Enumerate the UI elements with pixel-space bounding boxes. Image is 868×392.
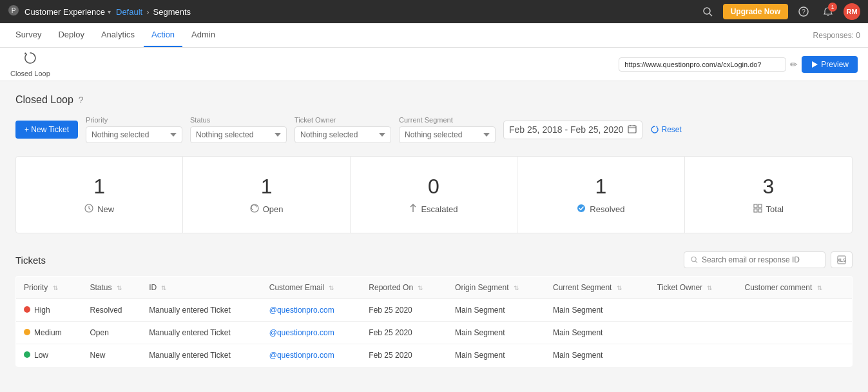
- sort-icon: ⇅: [329, 284, 334, 291]
- edit-icon[interactable]: ✏: [790, 59, 798, 70]
- col-id: ID ⇅: [141, 277, 262, 299]
- ticket-owner-cell: [650, 299, 737, 322]
- avatar[interactable]: RM: [844, 3, 860, 20]
- current-segment-filter: Current Segment Nothing selected: [399, 116, 496, 143]
- ticket-owner-cell: [650, 322, 737, 344]
- resolved-icon: [577, 204, 586, 215]
- svg-rect-19: [758, 209, 762, 212]
- dropdown-chevron: ▾: [108, 8, 111, 15]
- ticket-owner-cell: [650, 344, 737, 367]
- current-segment-cell: Main Segment: [545, 299, 650, 322]
- date-range-picker[interactable]: Feb 25, 2018 - Feb 25, 2020: [503, 121, 642, 139]
- search-input[interactable]: [702, 255, 818, 264]
- nav-item-deploy[interactable]: Deploy: [50, 23, 92, 47]
- priority-value: Low: [34, 351, 48, 360]
- top-bar-left: P Customer Experience ▾ Default › Segmen…: [8, 5, 191, 19]
- stat-open-label: Open: [196, 204, 336, 215]
- stat-new: 1 New: [16, 157, 183, 233]
- email-cell[interactable]: @questionpro.com: [262, 344, 362, 367]
- id-cell: Manually entered Ticket: [141, 322, 262, 344]
- comment-cell: [737, 344, 853, 367]
- svg-rect-8: [628, 126, 636, 133]
- status-cell: Open: [82, 322, 141, 344]
- nav-item-admin[interactable]: Admin: [184, 23, 223, 47]
- closed-loop-label: Closed Loop: [10, 70, 50, 77]
- ticket-owner-label: Ticket Owner: [294, 116, 391, 124]
- nav-item-action[interactable]: Action: [144, 23, 182, 47]
- current-segment-cell: Main Segment: [545, 344, 650, 367]
- url-input[interactable]: [619, 57, 786, 72]
- ticket-owner-filter: Ticket Owner Nothing selected: [294, 116, 391, 143]
- open-icon: [250, 204, 259, 215]
- nav-item-survey[interactable]: Survey: [8, 23, 49, 47]
- table-row[interactable]: Low New Manually entered Ticket @questio…: [16, 344, 853, 367]
- section-title: Closed Loop ?: [15, 94, 853, 106]
- search-icon[interactable]: [699, 3, 717, 21]
- upgrade-button[interactable]: Upgrade Now: [723, 4, 788, 19]
- sort-icon: ⇅: [117, 284, 122, 291]
- top-bar: P Customer Experience ▾ Default › Segmen…: [0, 0, 868, 23]
- status-select[interactable]: Nothing selected: [190, 126, 287, 143]
- app-name[interactable]: Customer Experience ▾: [24, 7, 111, 17]
- toolbar-left: Closed Loop: [10, 51, 50, 77]
- origin-segment-cell: Main Segment: [447, 344, 545, 367]
- stat-escalated-number: 0: [363, 175, 504, 199]
- sort-icon: ⇅: [53, 284, 58, 291]
- url-bar: ✏ Preview: [619, 56, 858, 73]
- table-header-row: Priority ⇅ Status ⇅ ID ⇅ Customer Email …: [16, 277, 853, 299]
- svg-marker-7: [812, 61, 818, 68]
- total-icon: [753, 204, 762, 215]
- breadcrumb-sep: ›: [146, 7, 149, 17]
- help-icon[interactable]: ?: [79, 95, 84, 105]
- nav-bar: Survey Deploy Analytics Action Admin Res…: [0, 23, 868, 48]
- tickets-right: XLS: [684, 251, 853, 268]
- col-priority: Priority ⇅: [16, 277, 82, 299]
- comment-cell: [737, 299, 853, 322]
- preview-button[interactable]: Preview: [802, 56, 858, 73]
- priority-value: High: [34, 306, 50, 315]
- priority-filter: Priority Nothing selected: [86, 116, 182, 143]
- breadcrumb-default[interactable]: Default: [116, 7, 142, 17]
- table-row[interactable]: High Resolved Manually entered Ticket @q…: [16, 299, 853, 322]
- current-segment-label: Current Segment: [399, 116, 496, 124]
- reported-cell: Feb 25 2020: [361, 322, 447, 344]
- logo-icon: P: [8, 5, 19, 19]
- nav-item-analytics[interactable]: Analytics: [93, 23, 142, 47]
- tickets-table: Priority ⇅ Status ⇅ ID ⇅ Customer Email …: [15, 276, 853, 367]
- sort-icon: ⇅: [817, 284, 822, 291]
- xls-button[interactable]: XLS: [831, 251, 853, 268]
- help-icon[interactable]: ?: [795, 3, 813, 21]
- current-segment-select[interactable]: Nothing selected: [399, 126, 496, 143]
- origin-segment-cell: Main Segment: [447, 299, 545, 322]
- col-current-segment: Current Segment ⇅: [545, 277, 650, 299]
- priority-dot: [24, 306, 30, 313]
- notification-badge: 1: [828, 3, 837, 12]
- status-cell: New: [82, 344, 141, 367]
- comment-cell: [737, 322, 853, 344]
- stat-escalated: 0 Escalated: [351, 157, 517, 233]
- toolbar: Closed Loop ✏ Preview: [0, 48, 868, 81]
- stat-open: 1 Open: [183, 157, 350, 233]
- main-content: Closed Loop ? + New Ticket Priority Noth…: [0, 81, 868, 380]
- stat-resolved-label: Resolved: [530, 204, 671, 215]
- priority-select[interactable]: Nothing selected: [86, 126, 182, 143]
- nav-items: Survey Deploy Analytics Action Admin: [8, 23, 223, 47]
- svg-text:?: ?: [802, 8, 805, 15]
- status-filter: Status Nothing selected: [190, 116, 287, 143]
- email-cell[interactable]: @questionpro.com: [262, 322, 362, 344]
- reset-button[interactable]: Reset: [650, 125, 682, 134]
- col-comment: Customer comment ⇅: [737, 277, 853, 299]
- priority-value: Medium: [34, 328, 62, 337]
- email-cell[interactable]: @questionpro.com: [262, 299, 362, 322]
- sort-icon: ⇅: [514, 284, 519, 291]
- notification-icon[interactable]: 1: [819, 3, 837, 21]
- ticket-owner-select[interactable]: Nothing selected: [294, 126, 391, 143]
- col-status: Status ⇅: [82, 277, 141, 299]
- stat-resolved-number: 1: [530, 175, 671, 199]
- id-cell: Manually entered Ticket: [141, 344, 262, 367]
- new-ticket-button[interactable]: + New Ticket: [15, 121, 78, 139]
- svg-text:XLS: XLS: [837, 258, 846, 262]
- closed-loop-button[interactable]: Closed Loop: [10, 51, 50, 77]
- priority-dot: [24, 329, 30, 335]
- table-row[interactable]: Medium Open Manually entered Ticket @que…: [16, 322, 853, 344]
